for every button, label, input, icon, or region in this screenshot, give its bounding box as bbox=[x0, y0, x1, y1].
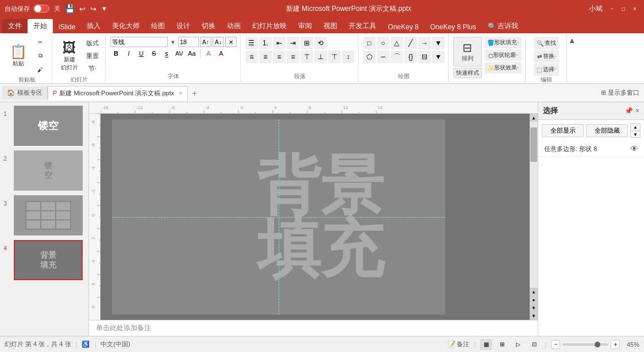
tab-onekey8[interactable]: OneKey 8 bbox=[382, 21, 424, 33]
case-button[interactable]: Aa bbox=[186, 48, 198, 59]
new-slide-button[interactable]: 🖼 新建幻灯片 bbox=[57, 36, 82, 76]
font-size-input[interactable] bbox=[178, 37, 199, 47]
clear-format[interactable]: ✕ bbox=[225, 37, 237, 47]
close-button[interactable]: × bbox=[630, 4, 639, 13]
italic-button[interactable]: I bbox=[123, 48, 134, 59]
accessibility-icon[interactable]: ♿ bbox=[82, 341, 90, 348]
slide-item-2[interactable]: 2 镂空 bbox=[2, 149, 86, 192]
line-spacing-button[interactable]: ↕ bbox=[342, 51, 354, 63]
slide-sorter-button[interactable]: ⊞ bbox=[496, 339, 508, 350]
zoom-out-button[interactable]: － bbox=[551, 340, 560, 349]
scroll-down-button[interactable]: ▼ bbox=[530, 312, 538, 320]
slide-item-3[interactable]: 3 bbox=[2, 194, 86, 237]
zoom-in-button[interactable]: ＋ bbox=[611, 340, 620, 349]
justify-button[interactable]: ≡ bbox=[287, 51, 299, 63]
quick-style-button[interactable]: 快速样式 bbox=[453, 68, 482, 78]
shape-outline-button[interactable]: ◻ 形状轮廓· bbox=[484, 49, 522, 61]
replace-button[interactable]: ⇄ 替换· bbox=[534, 50, 559, 63]
tab-tell-me[interactable]: 🔍吉诉我 bbox=[482, 19, 524, 33]
bullet-list-button[interactable]: ☰ bbox=[245, 37, 258, 49]
normal-view-button[interactable]: ▦ bbox=[480, 339, 492, 350]
text-direction-button[interactable]: ⟲ bbox=[314, 37, 327, 49]
arrange-sort-button[interactable]: ⊟ 排列 bbox=[453, 37, 482, 67]
scroll-fine-center[interactable]: ● bbox=[530, 296, 538, 304]
column-layout-button[interactable]: ⊞ bbox=[300, 37, 313, 49]
save-icon[interactable]: 💾 bbox=[64, 3, 76, 14]
cut-button[interactable]: ✂ bbox=[32, 36, 48, 48]
tab-template[interactable]: 🏠 模板专区 bbox=[2, 86, 48, 99]
align-bottom-button[interactable]: ⊤ bbox=[328, 51, 341, 63]
notes-bar[interactable]: 单击此处添加备注 bbox=[89, 320, 538, 336]
numbered-list-button[interactable]: 1. bbox=[259, 37, 272, 49]
align-middle-button[interactable]: ⊥ bbox=[314, 51, 327, 63]
tab-insert[interactable]: 插入 bbox=[81, 19, 106, 33]
slide-canvas[interactable]: 背景 填充 bbox=[112, 119, 445, 315]
customize-qat[interactable]: ▼ bbox=[100, 4, 109, 13]
display-multiwindow-button[interactable]: ⊞ 显示多窗口 bbox=[596, 88, 644, 97]
redo-icon[interactable]: ↪ bbox=[89, 3, 98, 14]
find-button[interactable]: 🔍 查找 bbox=[534, 37, 559, 49]
hide-all-button[interactable]: 全部隐藏 bbox=[586, 124, 628, 137]
tab-slideshow[interactable]: 幻灯片放映 bbox=[246, 19, 292, 33]
zoom-slider[interactable] bbox=[562, 343, 608, 346]
shape-effect-button[interactable]: ✨ 形状效果· bbox=[484, 62, 522, 74]
font-name-input[interactable] bbox=[110, 37, 168, 47]
section-button[interactable]: 节· bbox=[83, 63, 102, 74]
text-highlight-button[interactable]: A bbox=[215, 48, 227, 59]
tab-transitions[interactable]: 切换 bbox=[196, 19, 221, 33]
undo-icon[interactable]: ↩ bbox=[78, 3, 87, 14]
vertical-scrollbar[interactable]: ▲ ▲ ● ▼ ▼ bbox=[530, 114, 538, 320]
tab-file[interactable]: 文件 bbox=[2, 19, 28, 33]
shape-pentagon[interactable]: ⬠ bbox=[363, 51, 376, 63]
selection-close-icon[interactable]: × bbox=[635, 107, 639, 115]
slide-item-4[interactable]: 4 背景填充 bbox=[2, 239, 86, 281]
slide-thumb-2[interactable]: 镂空 bbox=[14, 150, 83, 191]
selection-item-1[interactable]: 任意多边形: 形状 8 👁 bbox=[538, 141, 644, 157]
shape-freeform[interactable]: ⌒ bbox=[391, 51, 403, 63]
increase-indent-button[interactable]: ⇥ bbox=[287, 37, 299, 49]
underline-button[interactable]: U bbox=[136, 48, 147, 59]
shape-brace[interactable]: {} bbox=[404, 51, 417, 63]
shape-arrow[interactable]: → bbox=[418, 37, 431, 49]
copy-button[interactable]: ⧉ bbox=[32, 49, 48, 62]
slide-thumb-4[interactable]: 背景填充 bbox=[14, 240, 83, 280]
scroll-up-button[interactable]: ▲ bbox=[530, 114, 538, 122]
shape-line[interactable]: ╱ bbox=[404, 37, 417, 49]
align-left-button[interactable]: ≡ bbox=[245, 51, 258, 63]
layout-button[interactable]: 版式 bbox=[83, 37, 102, 49]
close-tab-icon[interactable]: × bbox=[179, 90, 182, 96]
align-right-button[interactable]: ≡ bbox=[273, 51, 286, 63]
selection-item-1-eye[interactable]: 👁 bbox=[630, 144, 638, 153]
tab-review[interactable]: 审阅 bbox=[292, 19, 318, 33]
arrange-button[interactable]: ⊟ bbox=[418, 51, 431, 63]
shadow-button[interactable]: s̲ bbox=[161, 48, 172, 59]
draw-more[interactable]: ▼ bbox=[432, 51, 445, 63]
align-top-button[interactable]: ⊤ bbox=[300, 51, 313, 63]
tab-current-file[interactable]: P 新建 Microsoft PowerPoint 演示文稿.pptx × bbox=[48, 86, 188, 100]
slideshow-view-button[interactable]: ⊡ bbox=[529, 339, 540, 350]
shape-rect[interactable]: □ bbox=[363, 37, 376, 49]
zoom-slider-thumb[interactable] bbox=[595, 342, 600, 347]
reset-button[interactable]: 重置 bbox=[83, 50, 102, 61]
minimize-button[interactable]: － bbox=[607, 4, 616, 13]
format-painter-button[interactable]: 🖌 bbox=[32, 63, 48, 76]
tab-onekey8plus[interactable]: OneKey 8 Plus bbox=[425, 21, 482, 33]
tab-view[interactable]: 视图 bbox=[318, 19, 343, 33]
add-tab-button[interactable]: + bbox=[188, 86, 202, 100]
shape-fill-button[interactable]: 🪣 形状填充· bbox=[484, 37, 522, 48]
font-size-decrease[interactable]: A↓ bbox=[213, 37, 224, 47]
tab-home[interactable]: 开始 bbox=[28, 19, 53, 33]
ribbon-collapse[interactable]: ▲ bbox=[568, 34, 576, 82]
shapes-more[interactable]: ▼ bbox=[432, 37, 445, 49]
autosave-toggle[interactable] bbox=[33, 5, 49, 13]
tab-draw[interactable]: 绘图 bbox=[145, 19, 171, 33]
show-all-button[interactable]: 全部显示 bbox=[542, 124, 584, 137]
tab-animations[interactable]: 动画 bbox=[221, 19, 246, 33]
font-color-button[interactable]: A bbox=[203, 48, 214, 59]
select-button[interactable]: ⬚ 选择· bbox=[534, 63, 559, 76]
tab-design[interactable]: 设计 bbox=[171, 19, 196, 33]
restore-button[interactable]: □ bbox=[619, 4, 628, 13]
bold-button[interactable]: B bbox=[110, 48, 122, 59]
slide-canvas-area[interactable]: 背景 填充 bbox=[101, 114, 530, 320]
tab-beauty[interactable]: 美化大师 bbox=[106, 19, 145, 33]
